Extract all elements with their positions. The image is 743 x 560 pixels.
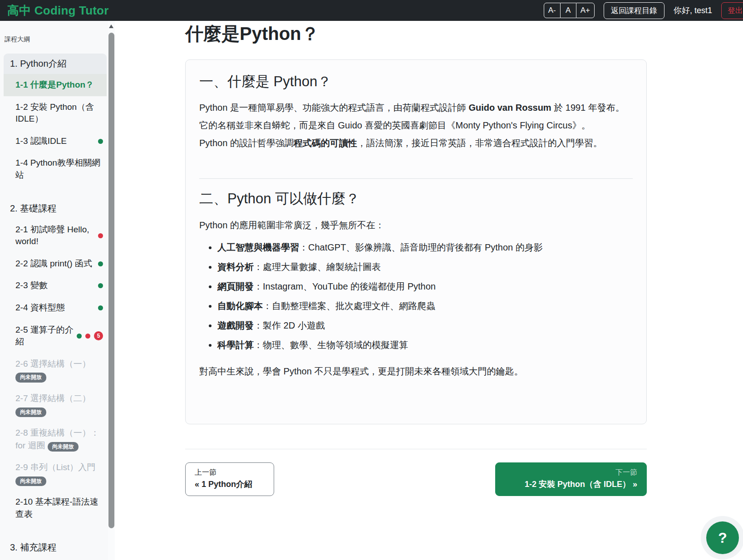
lesson-card: 一、什麼是 Python？ Python 是一種簡單易學、功能強大的程式語言，由…: [185, 59, 647, 424]
sidebar-item-2-1[interactable]: 2-1 初試啼聲 Hello, world!: [4, 219, 107, 253]
sidebar-item-label: 2-10 基本課程-語法速查表: [15, 496, 103, 520]
section2-heading: 二、Python 可以做什麼？: [199, 190, 633, 208]
section1-paragraph-2: Python 的設計哲學強調程式碼的可讀性，語法簡潔，接近日常英語，非常適合程式…: [199, 134, 633, 152]
sidebar-item-1-3[interactable]: 1-3 認識IDLE: [4, 130, 107, 152]
completed-dot-icon: [98, 139, 103, 144]
app-window: 高中 Coding Tutor A- A A+ 返回課程目錄 你好, test1…: [0, 0, 743, 560]
sidebar-item-1-2[interactable]: 1-2 安裝 Python（含 IDLE）: [4, 96, 107, 130]
sidebar-item-2-3[interactable]: 2-3 變數: [4, 275, 107, 297]
font-decrease-button[interactable]: A-: [544, 3, 561, 18]
section2-intro: Python 的應用範圍非常廣泛，幾乎無所不在：: [199, 216, 633, 234]
logout-button[interactable]: 登出: [721, 2, 743, 19]
sidebar-item-label: 2-1 初試啼聲 Hello, world!: [15, 224, 95, 248]
sidebar-item-2-4[interactable]: 2-4 資料型態: [4, 297, 107, 319]
list-item: 自動化腳本：自動整理檔案、批次處理文件、網路爬蟲: [217, 299, 633, 313]
question-mark-icon: ?: [718, 530, 727, 546]
locked-badge: 尚未開放: [15, 476, 46, 486]
font-size-button-group: A- A A+: [544, 3, 595, 18]
brand-link[interactable]: 高中 Coding Tutor: [7, 3, 108, 19]
next-lesson-title: 1-2 安裝 Python（含 IDLE） »: [505, 479, 637, 490]
notification-count-badge: 5: [94, 331, 103, 340]
completed-dot-icon: [98, 283, 103, 288]
locked-badge: 尚未開放: [48, 442, 79, 452]
incomplete-dot-icon: [85, 334, 90, 339]
sidebar-item-label: 2-4 資料型態: [15, 302, 95, 314]
list-item: 資料分析：處理大量數據、繪製統計圖表: [217, 260, 633, 274]
sidebar-item-label: 1-1 什麼是Python？: [15, 79, 103, 91]
list-item: 網頁開發：Instagram、YouTube 的後端都使用 Python: [217, 280, 633, 293]
sidebar-item-label: 1-2 安裝 Python（含 IDLE）: [15, 101, 103, 125]
sidebar-item-1-4[interactable]: 1-4 Python教學相關網站: [4, 152, 107, 186]
sidebar-item-2-6: 2-6 選擇結構（一） 尚未開放: [4, 353, 107, 388]
user-greeting: 你好, test1: [674, 5, 712, 16]
completed-dot-icon: [98, 261, 103, 266]
font-increase-button[interactable]: A+: [576, 3, 595, 18]
sidebar-item-label: 2-9 串列（List）入門: [15, 462, 95, 472]
section-divider: [199, 178, 633, 179]
list-item: 科學計算：物理、數學、生物等領域的模擬運算: [217, 338, 633, 352]
section1-heading: 一、什麼是 Python？: [199, 73, 633, 91]
list-item: 遊戲開發：製作 2D 小遊戲: [217, 319, 633, 332]
help-button[interactable]: ?: [706, 521, 739, 554]
sidebar-item-2-2[interactable]: 2-2 認識 print() 函式: [4, 253, 107, 275]
section1-paragraph-1: Python 是一種簡單易學、功能強大的程式語言，由荷蘭程式設計師 Guido …: [199, 99, 633, 134]
completed-dot-icon: [98, 305, 103, 310]
previous-label: 上一節: [195, 468, 265, 477]
list-item: 人工智慧與機器學習：ChatGPT、影像辨識、語音助理的背後都有 Python …: [217, 241, 633, 254]
completed-dot-icon: [77, 334, 82, 339]
sidebar-item-3-1[interactable]: 3-1 認識 Thonny：最適合初學者的 Python 開發環境: [4, 558, 107, 560]
sidebar-item-1-1[interactable]: 1-1 什麼是Python？: [4, 74, 107, 96]
sidebar-item-2-8: 2-8 重複結構（一）：for 迴圈 尚未開放: [4, 422, 107, 457]
next-label: 下一節: [505, 468, 637, 477]
sidebar-item-label: 2-7 選擇結構（二）: [15, 393, 91, 403]
lesson-content-area: 什麼是Python？ 一、什麼是 Python？ Python 是一種簡單易學、…: [185, 21, 647, 496]
locked-badge: 尚未開放: [15, 373, 46, 382]
sidebar-title: 課程大綱: [5, 35, 107, 44]
footer-divider: [185, 449, 647, 449]
sidebar-item-2-9: 2-9 串列（List）入門 尚未開放: [4, 457, 107, 491]
sidebar-item-2-5[interactable]: 2-5 運算子的介紹 5: [4, 319, 107, 353]
locked-badge: 尚未開放: [15, 408, 46, 417]
sidebar-item-label: 2-2 認識 print() 函式: [15, 258, 95, 270]
sidebar-item-label: 1-3 認識IDLE: [15, 135, 95, 147]
application-list: 人工智慧與機器學習：ChatGPT、影像辨識、語音助理的背後都有 Python …: [217, 241, 633, 352]
top-navbar: 高中 Coding Tutor A- A A+ 返回課程目錄 你好, test1…: [0, 0, 743, 21]
course-outline-sidebar: 課程大綱 1. Python介紹 1-1 什麼是Python？ 1-2 安裝 P…: [0, 21, 115, 560]
navbar-right-group: A- A A+ 返回課程目錄 你好, test1 登出: [544, 0, 743, 21]
section2-closing: 對高中生來說，學會 Python 不只是學程式，更是打開未來各種領域大門的鑰匙。: [199, 363, 633, 380]
sidebar-item-label: 1-4 Python教學相關網站: [15, 157, 103, 181]
lesson-pager: 上一節 « 1 Python介紹 下一節 1-2 安裝 Python（含 IDL…: [185, 462, 647, 496]
sidebar-item-2-7: 2-7 選擇結構（二） 尚未開放: [4, 388, 107, 422]
page-title: 什麼是Python？: [185, 21, 647, 46]
scrollbar-up-arrow-icon[interactable]: [109, 25, 113, 28]
previous-lesson-button[interactable]: 上一節 « 1 Python介紹: [185, 462, 274, 496]
sidebar-item-label: 2-5 運算子的介紹: [15, 324, 74, 348]
back-to-catalog-button[interactable]: 返回課程目錄: [604, 2, 664, 19]
sidebar-item-label: 2-6 選擇結構（一）: [15, 359, 91, 368]
sidebar-section-1[interactable]: 1. Python介紹: [4, 54, 107, 74]
font-reset-button[interactable]: A: [561, 3, 576, 18]
sidebar-section-2[interactable]: 2. 基礎課程: [4, 198, 107, 219]
sidebar-item-2-10[interactable]: 2-10 基本課程-語法速查表: [4, 491, 107, 525]
incomplete-dot-icon: [98, 233, 103, 238]
sidebar-item-label: 2-3 變數: [15, 280, 95, 292]
next-lesson-button[interactable]: 下一節 1-2 安裝 Python（含 IDLE） »: [495, 462, 647, 496]
sidebar-scrollbar: [108, 21, 115, 560]
scrollbar-thumb[interactable]: [108, 33, 114, 528]
sidebar-section-3[interactable]: 3. 補充課程: [4, 537, 107, 558]
previous-lesson-title: « 1 Python介紹: [195, 479, 265, 490]
